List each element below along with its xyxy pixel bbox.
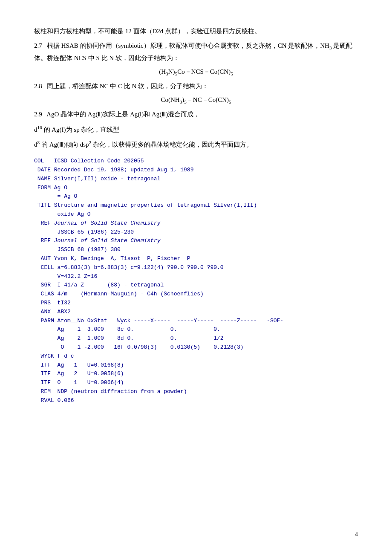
icsd-anx: ANX ABX2 xyxy=(34,308,358,317)
icsd-rval: RVAL 0.066 xyxy=(34,396,358,405)
section-29: 2.9 AgO 晶体中的 Ag(Ⅱ)实际上是 Ag(Ⅰ)和 Ag(Ⅲ)混合而成， xyxy=(34,109,358,120)
icsd-ref1-italic: Journal of Solid State Chemistry xyxy=(54,220,161,226)
icsd-date: DATE Recorded Dec 19, 1988; updated Aug … xyxy=(34,166,358,175)
icsd-itf3: ITF O 1 U=0.0066(4) xyxy=(34,379,358,387)
icsd-cell1: CELL a=6.883(3) b=6.883(3) c=9.122(4) ?9… xyxy=(34,263,358,272)
icsd-ref1-line: REF Journal of Solid State Chemistry xyxy=(34,219,358,228)
icsd-titl2: oxide Ag O xyxy=(34,210,358,219)
icsd-ref2-text: JSSCB 68 (1987) 380 xyxy=(34,246,358,254)
icsd-aut: AUT Yvon K, Bezinge A, Tissot P, Fischer… xyxy=(34,254,358,263)
icsd-ref2-label: REF xyxy=(34,237,54,244)
d10-text: d10 的 Ag(I)为 sp 杂化，直线型 xyxy=(34,126,119,133)
formula-2: Co(NH3)5－NC－Co(CN)5 xyxy=(34,96,358,104)
icsd-parm1: Ag 1 3.000 8c 0. 0. 0. xyxy=(34,325,358,334)
icsd-parm2: Ag 2 1.000 8d 0. 0. 1/2 xyxy=(34,334,358,343)
formula-1-text: (H3N)5Co－NCS－Co(CN)5 xyxy=(159,68,233,75)
icsd-ref1-label: REF xyxy=(34,220,54,226)
section-28-number: 2.8 xyxy=(34,83,47,90)
d8-line: d8 的 Ag(Ⅲ)倾向 dsp2 杂化，以获得更多的晶体场稳定化能，因此为平面… xyxy=(34,139,358,150)
para1: 棱柱和四方棱柱构型，不可能是 12 面体（D2d 点群），实验证明是四方反棱柱。 xyxy=(34,26,358,37)
section-27: 2.7 根据 HSAB 的协同作用（symbiotic）原理，软配体可使中心金属… xyxy=(34,40,358,64)
icsd-parm3: O 1 -2.000 16f 0.0798(3) 0.0130(5) 0.212… xyxy=(34,343,358,352)
icsd-titl1: TITL Structure and magnetic properties o… xyxy=(34,201,358,210)
icsd-block: COL ICSD Collection Code 202055 DATE Rec… xyxy=(34,157,358,405)
icsd-ref2-line: REF Journal of Solid State Chemistry xyxy=(34,237,358,246)
page-container: 棱柱和四方棱柱构型，不可能是 12 面体（D2d 点群），实验证明是四方反棱柱。… xyxy=(0,0,392,555)
icsd-sgr: SGR I 41/a Z (88) - tetragonal xyxy=(34,281,358,290)
section-28-text: 同上题，桥连配体 NC 中 C 比 N 软，因此，分子结构为： xyxy=(47,83,208,90)
page-number: 4 xyxy=(355,531,358,538)
icsd-col: COL ICSD Collection Code 202055 xyxy=(34,157,358,166)
section-28: 2.8 同上题，桥连配体 NC 中 C 比 N 软，因此，分子结构为： xyxy=(34,81,358,92)
d8-text: d8 的 Ag(Ⅲ)倾向 dsp2 杂化，以获得更多的晶体场稳定化能，因此为平面… xyxy=(34,141,253,148)
icsd-form1: FORM Ag O xyxy=(34,184,358,193)
icsd-parm-header: PARM Atom__No OxStat Wyck -----X----- --… xyxy=(34,317,358,326)
icsd-cell2: V=432.2 Z=16 xyxy=(34,272,358,281)
icsd-name: NAME Silver(I,III) oxide - tetragonal xyxy=(34,175,358,184)
para1-text: 棱柱和四方棱柱构型，不可能是 12 面体（D2d 点群），实验证明是四方反棱柱。 xyxy=(34,28,261,35)
icsd-ref2-italic: Journal of Solid State Chemistry xyxy=(54,237,161,244)
section-27-number: 2.7 xyxy=(34,42,47,49)
formula-1: (H3N)5Co－NCS－Co(CN)5 xyxy=(34,68,358,76)
icsd-rem: REM NDP (neutron diffraction from a powd… xyxy=(34,387,358,396)
formula-2-text: Co(NH3)5－NC－Co(CN)5 xyxy=(161,96,231,103)
icsd-clas: CLAS 4/m (Hermann-Mauguin) - C4h (Schoen… xyxy=(34,290,358,299)
icsd-itf1: ITF Ag 1 U=0.0168(8) xyxy=(34,361,358,370)
section-27-text: 根据 HSAB 的协同作用（symbiotic）原理，软配体可使中心金属变软，反… xyxy=(34,42,352,61)
icsd-prs: PRS tI32 xyxy=(34,299,358,308)
icsd-wyck: WYCK f d c xyxy=(34,352,358,361)
icsd-form2: = Ag O xyxy=(34,192,358,201)
icsd-itf2: ITF Ag 2 U=0.0058(6) xyxy=(34,370,358,379)
icsd-ref1-text: JSSCB 65 (1986) 225-230 xyxy=(34,228,358,237)
d10-line: d10 的 Ag(I)为 sp 杂化，直线型 xyxy=(34,124,358,135)
section-29-text: 2.9 AgO 晶体中的 Ag(Ⅱ)实际上是 Ag(Ⅰ)和 Ag(Ⅲ)混合而成， xyxy=(34,111,200,118)
